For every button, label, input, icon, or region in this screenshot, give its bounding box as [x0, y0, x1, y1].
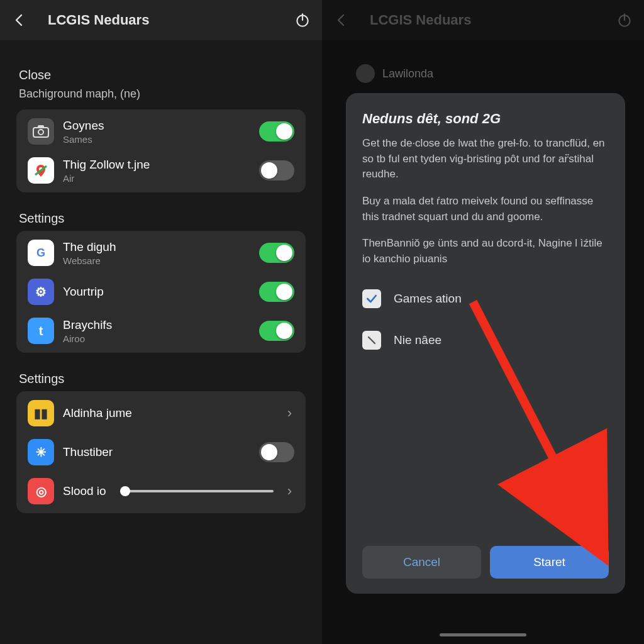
- dialog-paragraph: ThenBanniŏ ge ünts and au dcord-it, Nagi…: [362, 236, 609, 267]
- row-braychifs[interactable]: t Braychifs Airoo: [16, 311, 306, 350]
- dialog-paragraph: Get the de·close de lwat the greł-fo. to…: [362, 136, 609, 182]
- back-button[interactable]: [9, 9, 30, 31]
- dimmed-avatar-icon: [356, 64, 375, 83]
- dialog-button-row: Cancel Staret: [362, 546, 609, 579]
- checkbox-row-games[interactable]: Games ation: [362, 289, 609, 308]
- power-button[interactable]: [292, 9, 313, 31]
- row-aldinha[interactable]: ▮▮ Aldinha jume ›: [16, 394, 306, 433]
- confirmation-dialog: Neduns dêt, sond 2G Get the de·close de …: [346, 93, 625, 594]
- row-title: Braychifs: [63, 318, 250, 332]
- dimmed-background-row: Lawilonda: [322, 40, 644, 83]
- toggle-yourtrip[interactable]: [259, 282, 294, 302]
- row-subtitle: Air: [63, 173, 250, 184]
- row-thustiber[interactable]: ✳ Thustiber: [16, 433, 306, 472]
- toggle-zollow[interactable]: [259, 160, 294, 180]
- svg-line-11: [369, 337, 375, 343]
- google-icon: G: [28, 240, 54, 266]
- row-subtitle: Sames: [63, 134, 250, 145]
- bray-icon: t: [28, 318, 54, 344]
- page-title: LCGIS Neduars: [30, 12, 292, 28]
- slood-slider[interactable]: [120, 490, 274, 492]
- checkbox-games[interactable]: [362, 289, 381, 308]
- header-bar: LCGIS Neduars: [0, 0, 322, 40]
- aldinha-icon: ▮▮: [28, 400, 54, 426]
- svg-point-3: [38, 130, 43, 135]
- toggle-diguh[interactable]: [259, 243, 294, 263]
- svg-text:G: G: [36, 247, 45, 259]
- row-slood[interactable]: ◎ Slood io ›: [16, 472, 306, 511]
- row-title: Thustiber: [63, 445, 250, 459]
- row-diguh[interactable]: G The diguh Websare: [16, 233, 306, 272]
- row-title: The diguh: [63, 240, 250, 254]
- dialog-screen: LCGIS Neduars Lawilonda Neduns dêt, sond…: [322, 0, 644, 644]
- home-indicator[interactable]: [440, 633, 526, 636]
- cancel-button[interactable]: Cancel: [362, 546, 481, 579]
- dialog-title: Neduns dêt, sond 2G: [362, 111, 609, 127]
- settings-screen: LCGIS Neduars Close Bachiground maph, (n…: [0, 0, 322, 644]
- power-button[interactable]: [614, 9, 635, 31]
- checkbox-label: Nie nâee: [394, 333, 441, 347]
- row-zollow[interactable]: Thig Zollow t.jne Air: [16, 151, 306, 190]
- row-title: Aldinha jume: [63, 406, 279, 420]
- row-subtitle: Websare: [63, 255, 250, 266]
- card-close-apps: Goynes Sames Thig Zollow t.jne Air: [16, 109, 306, 192]
- section-label: Settings: [19, 211, 306, 226]
- card-settings-1: G The diguh Websare ⚙ Yourtrip t Braychi…: [16, 231, 306, 353]
- toggle-braychifs[interactable]: [259, 321, 294, 341]
- checkbox-label: Games ation: [394, 292, 462, 306]
- toggle-goynes[interactable]: [259, 121, 294, 142]
- maps-icon: [28, 157, 54, 184]
- section-sublabel: Bachiground maph, (ne): [16, 87, 306, 101]
- row-yourtrip[interactable]: ⚙ Yourtrip: [16, 272, 306, 311]
- start-button[interactable]: Staret: [490, 546, 609, 579]
- checkbox-nie[interactable]: [362, 331, 381, 350]
- header-bar: LCGIS Neduars: [322, 0, 644, 40]
- chevron-right-icon: ›: [287, 405, 294, 421]
- chevron-right-icon: ›: [287, 483, 294, 499]
- back-button[interactable]: [331, 9, 352, 31]
- content-scroll: Close Bachiground maph, (ne) Goynes Same…: [0, 40, 322, 513]
- section-label: Settings: [19, 372, 306, 386]
- trip-icon: ⚙: [28, 279, 54, 305]
- row-subtitle: Airoo: [63, 333, 250, 344]
- dimmed-label: Lawilonda: [382, 67, 433, 80]
- checkbox-row-nie[interactable]: Nie nâee: [362, 331, 609, 350]
- row-title: Thig Zollow t.jne: [63, 158, 250, 172]
- camera-icon: [28, 118, 54, 145]
- slood-icon: ◎: [28, 478, 54, 504]
- row-goynes[interactable]: Goynes Sames: [16, 112, 306, 151]
- thustiber-icon: ✳: [28, 439, 54, 465]
- row-title: Goynes: [63, 119, 250, 133]
- toggle-thustiber[interactable]: [259, 442, 294, 462]
- row-title: Slood io: [63, 484, 106, 498]
- row-title: Yourtrip: [63, 285, 250, 299]
- card-settings-2: ▮▮ Aldinha jume › ✳ Thustiber ◎ Slood io…: [16, 391, 306, 513]
- page-title: LCGIS Neduars: [352, 12, 614, 28]
- section-label: Close: [19, 68, 306, 82]
- svg-rect-4: [38, 125, 44, 128]
- dialog-paragraph: Buy a mala det ŕatro meivelx found ou se…: [362, 194, 609, 225]
